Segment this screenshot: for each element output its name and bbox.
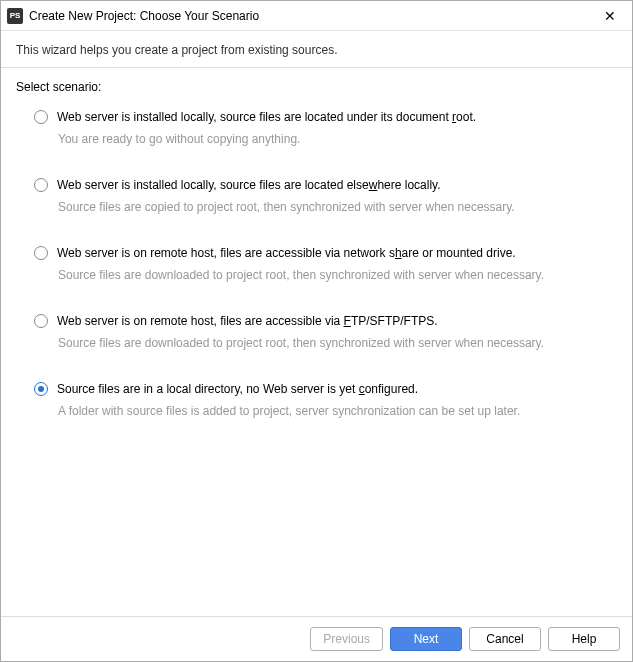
radio-icon: [34, 314, 48, 328]
scenario-option: Source files are in a local directory, n…: [16, 376, 617, 434]
help-button[interactable]: Help: [548, 627, 620, 651]
scenario-description: You are ready to go without copying anyt…: [58, 132, 617, 146]
scenario-radio-row[interactable]: Source files are in a local directory, n…: [34, 382, 617, 396]
scenario-radio-row[interactable]: Web server is installed locally, source …: [34, 178, 617, 192]
scenario-label: Source files are in a local directory, n…: [57, 382, 418, 396]
section-label: Select scenario:: [16, 80, 617, 94]
cancel-button[interactable]: Cancel: [469, 627, 541, 651]
app-icon: PS: [7, 8, 23, 24]
scenario-label: Web server is on remote host, files are …: [57, 314, 438, 328]
scenario-description: Source files are copied to project root,…: [58, 200, 617, 214]
scenario-option: Web server is on remote host, files are …: [16, 240, 617, 298]
next-button[interactable]: Next: [390, 627, 462, 651]
scenario-label: Web server is on remote host, files are …: [57, 246, 516, 260]
wizard-subtitle: This wizard helps you create a project f…: [16, 43, 617, 57]
scenario-description: Source files are downloaded to project r…: [58, 336, 617, 350]
previous-button[interactable]: Previous: [310, 627, 383, 651]
scenario-description: Source files are downloaded to project r…: [58, 268, 617, 282]
scenario-label: Web server is installed locally, source …: [57, 178, 441, 192]
wizard-content: Select scenario: Web server is installed…: [1, 68, 632, 616]
scenario-option: Web server is installed locally, source …: [16, 104, 617, 162]
scenario-option: Web server is on remote host, files are …: [16, 308, 617, 366]
radio-icon: [34, 178, 48, 192]
radio-icon: [34, 110, 48, 124]
close-icon[interactable]: ✕: [587, 1, 632, 31]
scenario-radio-row[interactable]: Web server is on remote host, files are …: [34, 246, 617, 260]
scenario-radio-row[interactable]: Web server is installed locally, source …: [34, 110, 617, 124]
scenario-option: Web server is installed locally, source …: [16, 172, 617, 230]
radio-icon: [34, 382, 48, 396]
titlebar: PS Create New Project: Choose Your Scena…: [1, 1, 632, 31]
scenario-description: A folder with source files is added to p…: [58, 404, 617, 418]
wizard-header: This wizard helps you create a project f…: [1, 31, 632, 68]
radio-icon: [34, 246, 48, 260]
scenario-label: Web server is installed locally, source …: [57, 110, 476, 124]
wizard-footer: Previous Next Cancel Help: [1, 616, 632, 661]
window-title: Create New Project: Choose Your Scenario: [29, 9, 587, 23]
scenario-radio-row[interactable]: Web server is on remote host, files are …: [34, 314, 617, 328]
dialog-window: PS Create New Project: Choose Your Scena…: [0, 0, 633, 662]
